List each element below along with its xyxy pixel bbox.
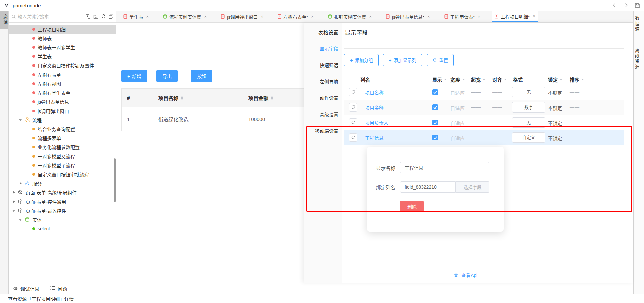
editor-tab[interactable]: js弹出表单信息*× — [383, 11, 433, 22]
add-button[interactable]: +新增 — [121, 70, 147, 82]
delete-button[interactable]: 删除 — [400, 201, 424, 212]
tree-item[interactable]: 流程多表单 — [9, 133, 116, 142]
filter-caret-icon[interactable] — [560, 79, 562, 80]
expand-arrow-icon[interactable] — [12, 190, 16, 194]
problems-tab[interactable]: 问题 — [50, 285, 67, 292]
sort-icon[interactable] — [271, 96, 273, 100]
show-checkbox-checked[interactable] — [432, 120, 438, 125]
editor-tab[interactable]: 学生表× — [120, 11, 151, 22]
column-name-link[interactable]: 项目金额 — [365, 104, 384, 111]
format-select[interactable]: 无 — [512, 87, 545, 97]
close-icon[interactable]: × — [204, 14, 207, 19]
close-icon[interactable]: × — [369, 14, 372, 19]
field-row[interactable]: 项目负责人自适应————无不锁定—— — [344, 115, 624, 130]
rail-tab-resources[interactable]: 资源 — [0, 11, 8, 29]
editor-tab[interactable]: js调用弹出窗口× — [218, 11, 266, 22]
column-name-link[interactable]: 项目名称 — [365, 89, 384, 96]
field-row[interactable]: 项目金额自适应————数字不锁定—— — [344, 100, 624, 115]
settings-menu-item[interactable]: 左侧导航 — [304, 74, 342, 90]
column-name-link[interactable]: 项目负责人 — [365, 119, 388, 126]
tree-item[interactable]: select — [9, 224, 116, 233]
tree-item[interactable]: 业务化流程参数配置 — [9, 142, 116, 152]
tree-item[interactable]: 一对多模型子流程 — [9, 161, 116, 170]
display-name-input[interactable] — [400, 162, 489, 173]
filter-caret-icon[interactable] — [504, 79, 507, 80]
new-folder-icon[interactable] — [93, 14, 98, 19]
custom-button[interactable]: 按钮 — [191, 70, 212, 82]
close-icon[interactable]: × — [478, 14, 480, 19]
format-select[interactable]: 无 — [512, 117, 545, 128]
sidebar-scrollbar[interactable] — [114, 158, 116, 202]
tree-item[interactable]: 服务 — [9, 179, 116, 188]
tree-item[interactable]: 流程 — [9, 115, 116, 124]
save-icon[interactable] — [634, 2, 641, 9]
settings-menu-item[interactable]: 高级设置 — [304, 106, 342, 123]
row-refresh-button[interactable] — [349, 88, 357, 96]
tree-item[interactable]: 教师表一对多学生 — [9, 43, 116, 52]
rail-tab[interactable]: 数据源 — [634, 11, 640, 37]
close-icon[interactable]: × — [427, 14, 430, 19]
show-checkbox-checked[interactable] — [432, 135, 438, 140]
refresh-icon[interactable] — [101, 14, 106, 19]
field-row[interactable]: 工程信息自适应————自定义不锁定—— — [344, 130, 624, 145]
reset-button[interactable]: 重置 — [427, 54, 454, 66]
expand-arrow-icon[interactable] — [12, 200, 16, 204]
row-refresh-button[interactable] — [349, 103, 357, 112]
filter-caret-icon[interactable] — [462, 79, 465, 80]
select-field-button[interactable]: 选择字段 — [456, 181, 489, 193]
export-button[interactable]: 导出 — [156, 70, 178, 82]
expand-arrow-icon[interactable] — [19, 181, 23, 185]
rail-tab[interactable]: 离线资源 — [634, 37, 640, 81]
row-refresh-button[interactable] — [349, 118, 357, 127]
column-name-link[interactable]: 工程信息 — [365, 134, 384, 141]
sort-icon[interactable] — [181, 96, 183, 100]
tree-item[interactable]: js调用弹出窗口 — [9, 106, 116, 115]
close-icon[interactable]: × — [261, 14, 263, 19]
tree-item[interactable]: js弹出表单信息 — [9, 97, 116, 106]
debug-info-tab[interactable]: 调试信息 — [13, 285, 39, 292]
show-checkbox-checked[interactable] — [432, 104, 438, 110]
tree-item[interactable]: 左树右表单 — [9, 70, 116, 79]
collapse-all-icon[interactable] — [109, 14, 113, 19]
editor-tab[interactable]: 报销实例实体集× — [325, 11, 374, 22]
filter-caret-icon[interactable] — [483, 79, 485, 80]
tree-item[interactable]: 左树右视图 — [9, 79, 116, 88]
tree-item[interactable]: 左树右学生表单 — [9, 88, 116, 97]
editor-tab[interactable]: 工程申请表*× — [441, 11, 483, 22]
add-button[interactable]: +添加分组 — [344, 54, 379, 66]
collapse-arrow-icon[interactable] — [19, 218, 23, 222]
field-row[interactable]: 项目名称自适应————无不锁定—— — [344, 85, 624, 100]
settings-menu-item[interactable]: 快速筛选 — [304, 57, 342, 74]
collapse-arrow-icon[interactable] — [12, 209, 16, 213]
collapse-arrow-icon[interactable] — [19, 118, 23, 122]
tree-item[interactable]: 学生表 — [9, 52, 116, 61]
close-icon[interactable]: × — [311, 14, 314, 19]
tree-item[interactable]: 页面-表单-控件通用 — [9, 197, 116, 206]
editor-tab[interactable]: 工程项目明细*× — [492, 11, 538, 22]
format-select[interactable]: 数字 — [512, 102, 545, 113]
close-icon[interactable]: × — [146, 14, 149, 19]
forward-icon[interactable] — [623, 2, 629, 9]
filter-caret-icon[interactable] — [581, 79, 584, 80]
settings-menu-item[interactable]: 显示字段 — [304, 41, 342, 57]
header-project-name[interactable]: 项目名称 — [153, 89, 243, 107]
search-input[interactable] — [18, 14, 84, 19]
tree-item[interactable]: 页面-表单-录入控件 — [9, 206, 116, 215]
bind-column-input[interactable] — [400, 181, 456, 193]
tree-item[interactable]: 教师表 — [9, 34, 116, 43]
tree-item[interactable]: 工程项目明细 — [9, 25, 116, 34]
editor-tab[interactable]: 左树右表单*× — [275, 11, 316, 22]
tree-item[interactable]: 一对多模型父流程 — [9, 152, 116, 161]
tree-item[interactable]: 结合业务查询配置 — [9, 124, 116, 133]
tree-item[interactable]: 页面-表单-高级/布局组件 — [9, 188, 116, 197]
editor-tab[interactable]: 流程实例实体集× — [160, 11, 209, 22]
view-api-link[interactable]: 查看Api — [453, 272, 477, 278]
tree-item[interactable]: 实体 — [9, 215, 116, 224]
settings-menu-item[interactable]: 移动端设置 — [304, 123, 342, 139]
tree-item[interactable]: 自定义窗口按钮审批流程 — [9, 170, 116, 179]
close-icon[interactable]: × — [533, 14, 535, 18]
show-checkbox-checked[interactable] — [432, 89, 438, 95]
tree-item[interactable]: 自定义窗口操作按钮及事件 — [9, 61, 116, 70]
settings-menu-item[interactable]: 动作设置 — [304, 90, 342, 106]
locate-resource-icon[interactable] — [86, 14, 91, 19]
